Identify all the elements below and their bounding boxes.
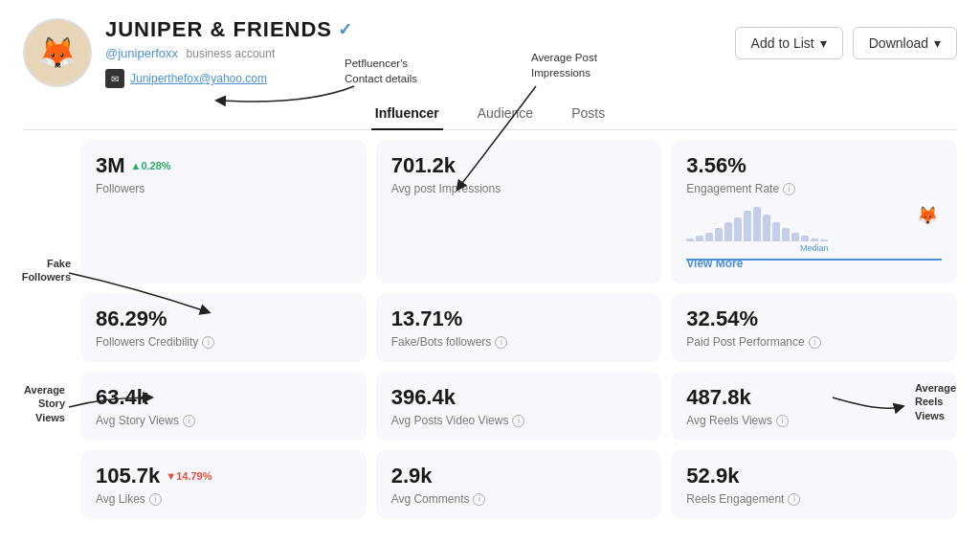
info-icon-4[interactable]: i — [495, 336, 507, 349]
chart-bar — [686, 238, 694, 241]
chevron-down-icon: ▾ — [820, 35, 827, 51]
dog-thumbnail: 🦊 — [917, 205, 938, 226]
metric-label-text-1: Avg post Impressions — [391, 182, 501, 195]
contact-annotation: Petfluencer'sContact details — [345, 56, 417, 86]
chart-bar — [744, 211, 751, 241]
chart-bar — [772, 222, 780, 241]
metric-value-row-8: 487.8k — [686, 385, 942, 410]
metric-label-row-0: Followers — [96, 182, 351, 195]
metric-card-0: 3M▲0.28% Followers — [80, 140, 367, 284]
metric-label-row-3: Followers Credibilityi — [96, 335, 351, 349]
metric-value-row-5: 32.54% — [686, 307, 942, 331]
metric-label-text-4: Fake/Bots followers — [391, 335, 492, 349]
metric-value-row-11: 52.9k — [686, 464, 942, 488]
info-icon-10[interactable]: i — [473, 493, 485, 506]
metric-value-8: 487.8k — [686, 385, 750, 410]
info-icon-6[interactable]: i — [183, 415, 195, 427]
metric-card-7: 396.4k Avg Posts Video Viewsi — [376, 372, 662, 441]
metric-label-row-11: Reels Engagementi — [686, 492, 942, 506]
metric-label-text-2: Engagement Rate — [686, 182, 779, 195]
metric-label-row-5: Paid Post Performancei — [686, 335, 942, 349]
handle-link[interactable]: @juniperfoxx — [105, 46, 178, 60]
chart-bar — [696, 236, 703, 241]
metric-value-row-10: 2.9k — [391, 464, 647, 488]
metrics-grid: 3M▲0.28% Followers 701.2k Avg post Impre… — [57, 130, 980, 529]
metric-label-row-2: Engagement Ratei — [686, 182, 942, 195]
metric-label-row-8: Avg Reels Viewsi — [686, 414, 942, 427]
chart-bar — [763, 215, 770, 241]
verified-icon: ✓ — [338, 19, 353, 40]
chart-area: 🦊 — [686, 203, 942, 241]
metric-label-row-10: Avg Commentsi — [391, 492, 647, 506]
contact-annotation-text: Petfluencer'sContact details — [345, 57, 417, 84]
chart-bar — [724, 222, 732, 241]
metric-label-row-4: Fake/Bots followersi — [391, 335, 647, 349]
profile-left: 🦊 JUNIPER & FRIENDS ✓ @juniperfoxx busin… — [23, 17, 353, 88]
metric-card-9: 105.7k▼14.79% Avg Likesi — [80, 450, 367, 519]
metric-card-3: 86.29% Followers Credibilityi — [80, 293, 367, 362]
chevron-down-icon-2: ▾ — [934, 35, 941, 51]
metric-card-11: 52.9k Reels Engagementi — [671, 450, 957, 519]
metric-value-row-7: 396.4k — [391, 385, 647, 410]
metric-label-text-8: Avg Reels Views — [686, 414, 772, 427]
chart-bar — [791, 233, 799, 241]
info-icon-11[interactable]: i — [788, 493, 800, 506]
info-icon-5[interactable]: i — [809, 336, 821, 349]
profile-info: JUNIPER & FRIENDS ✓ @juniperfoxx busines… — [105, 17, 353, 88]
chart-bar — [801, 236, 809, 241]
metric-card-10: 2.9k Avg Commentsi — [376, 450, 662, 519]
metric-label-text-0: Followers — [96, 182, 145, 195]
metric-value-6: 63.4k — [96, 385, 148, 410]
metric-value-0: 3M — [96, 153, 125, 178]
fake-followers-annotation: FakeFollowers — [13, 257, 71, 284]
email-icon: ✉ — [105, 69, 124, 88]
metric-value-row-2: 3.56% — [686, 153, 942, 178]
metric-value-9: 105.7k — [96, 464, 160, 488]
metric-value-row-9: 105.7k▼14.79% — [96, 464, 351, 488]
metric-badge-9: ▼14.79% — [166, 470, 212, 482]
metric-label-text-3: Followers Credibility — [96, 335, 198, 349]
add-to-list-button[interactable]: Add to List ▾ — [735, 27, 843, 59]
name-text: JUNIPER & FRIENDS — [105, 17, 332, 42]
header-actions: Add to List ▾ Download ▾ — [735, 17, 957, 59]
tab-posts[interactable]: Posts — [568, 98, 609, 130]
metric-label-text-6: Avg Story Views — [96, 414, 179, 427]
metric-label-text-10: Avg Comments — [391, 492, 470, 506]
metric-value-2: 3.56% — [686, 153, 746, 178]
tab-influencer[interactable]: Influencer — [371, 98, 443, 130]
metric-card-1: 701.2k Avg post Impressions — [376, 140, 662, 284]
avg-reels-annotation: AverageReels Views — [915, 381, 974, 422]
chart-bar — [811, 238, 818, 241]
metric-value-row-0: 3M▲0.28% — [96, 153, 351, 178]
download-label: Download — [869, 35, 928, 51]
download-button[interactable]: Download ▾ — [853, 27, 957, 59]
info-icon-8[interactable]: i — [776, 415, 789, 427]
info-icon-2[interactable]: i — [783, 183, 795, 195]
metric-value-3: 86.29% — [96, 307, 167, 331]
profile-name: JUNIPER & FRIENDS ✓ — [105, 17, 353, 42]
profile-handle-row: @juniperfoxx business account — [105, 44, 353, 61]
info-icon-3[interactable]: i — [202, 336, 214, 349]
info-icon-7[interactable]: i — [512, 415, 524, 427]
metric-card-2: 3.56% Engagement Ratei 🦊 Median View Mor… — [671, 140, 957, 284]
info-icon-9[interactable]: i — [149, 493, 162, 506]
chart-bar — [820, 239, 828, 241]
email-text[interactable]: Juniperthefox@yahoo.com — [130, 72, 267, 85]
avatar: 🦊 — [23, 18, 92, 87]
chart-bar — [782, 228, 790, 241]
contact-row: ✉ Juniperthefox@yahoo.com — [105, 69, 353, 88]
metric-label-text-11: Reels Engagement — [686, 492, 784, 506]
chart-container: 🦊 Median View More — [686, 199, 942, 270]
metric-label-row-6: Avg Story Viewsi — [96, 414, 351, 427]
metric-label-row-1: Avg post Impressions — [391, 182, 647, 195]
metric-label-text-9: Avg Likes — [96, 492, 145, 506]
metric-value-5: 32.54% — [686, 307, 758, 331]
metric-card-4: 13.71% Fake/Bots followersi — [376, 293, 662, 362]
header: 🦊 JUNIPER & FRIENDS ✓ @juniperfoxx busin… — [0, 0, 980, 88]
add-to-list-label: Add to List — [751, 35, 814, 51]
page-wrapper: 🦊 JUNIPER & FRIENDS ✓ @juniperfoxx busin… — [0, 0, 980, 545]
metric-value-row-3: 86.29% — [96, 307, 351, 331]
chart-bar — [753, 207, 761, 241]
tab-audience[interactable]: Audience — [474, 98, 537, 130]
metric-label-row-9: Avg Likesi — [96, 492, 351, 506]
